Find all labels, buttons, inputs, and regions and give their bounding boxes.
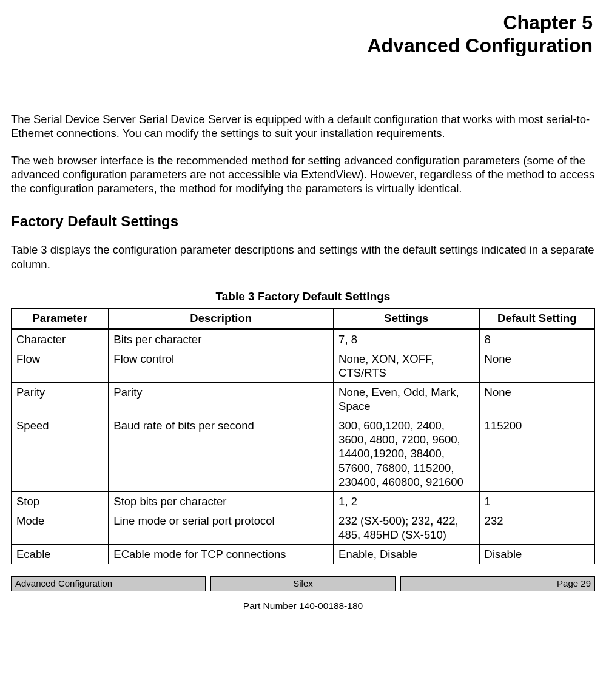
chapter-number: Chapter 5 [11,11,593,34]
cell-default: None [479,349,594,382]
cell-param: Ecable [12,545,109,564]
th-description: Description [109,309,334,329]
table-row: Ecable ECable mode for TCP connections E… [12,545,595,564]
page-footer: Advanced Configuration Silex Page 29 Par… [11,576,595,611]
cell-desc: Parity [109,382,334,416]
cell-default: 115200 [479,416,594,492]
cell-desc: ECable mode for TCP connections [109,545,334,564]
section-heading: Factory Default Settings [11,212,595,231]
table-header-row: Parameter Description Settings Default S… [12,309,595,329]
footer-company: Silex [210,576,396,591]
table-row: Flow Flow control None, XON, XOFF, CTS/R… [12,349,595,382]
table-row: Stop Stop bits per character 1, 2 1 [12,491,595,511]
chapter-title: Advanced Configuration [11,34,593,57]
cell-settings: 1, 2 [334,491,480,511]
table-row: Parity Parity None, Even, Odd, Mark, Spa… [12,382,595,416]
cell-desc: Line mode or serial port protocol [109,511,334,544]
cell-desc: Bits per character [109,329,334,349]
table-row: Mode Line mode or serial port protocol 2… [12,511,595,544]
cell-desc: Baud rate of bits per second [109,416,334,492]
footer-page-number: Page 29 [400,576,595,591]
cell-settings: 300, 600,1200, 2400, 3600, 4800, 7200, 9… [334,416,480,492]
th-default: Default Setting [479,309,594,329]
cell-default: 1 [479,491,594,511]
factory-default-table: Parameter Description Settings Default S… [11,308,595,564]
intro-paragraph-1: The Serial Device Server Serial Device S… [11,112,595,140]
table-row: Speed Baud rate of bits per second 300, … [12,416,595,492]
cell-default: 8 [479,329,594,349]
cell-settings: None, Even, Odd, Mark, Space [334,382,480,416]
table-caption: Table 3 Factory Default Settings [11,289,595,304]
cell-settings: 232 (SX-500); 232, 422, 485, 485HD (SX-5… [334,511,480,544]
cell-default: 232 [479,511,594,544]
chapter-heading: Chapter 5 Advanced Configuration [11,11,595,58]
cell-param: Flow [12,349,109,382]
intro-paragraph-2: The web browser interface is the recomme… [11,153,595,195]
cell-param: Stop [12,491,109,511]
cell-param: Mode [12,511,109,544]
cell-desc: Flow control [109,349,334,382]
cell-param: Parity [12,382,109,416]
footer-section-name: Advanced Configuration [11,576,206,591]
cell-default: Disable [479,545,594,564]
cell-settings: Enable, Disable [334,545,480,564]
footer-part-number: Part Number 140-00188-180 [11,600,595,611]
cell-settings: None, XON, XOFF, CTS/RTS [334,349,480,382]
cell-param: Speed [12,416,109,492]
th-settings: Settings [334,309,480,329]
cell-desc: Stop bits per character [109,491,334,511]
table-row: Character Bits per character 7, 8 8 [12,329,595,349]
section-lead: Table 3 displays the configuration param… [11,243,595,271]
cell-default: None [479,382,594,416]
cell-param: Character [12,329,109,349]
th-parameter: Parameter [12,309,109,329]
cell-settings: 7, 8 [334,329,480,349]
